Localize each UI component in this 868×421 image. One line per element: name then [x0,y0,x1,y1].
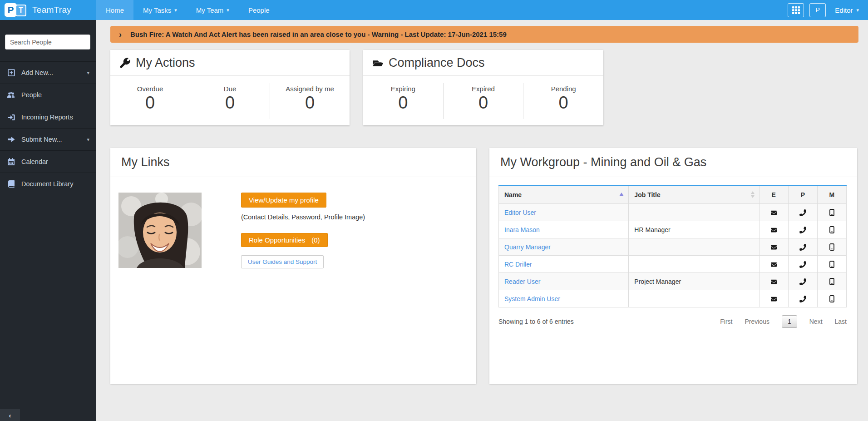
person-link[interactable]: Inara Mason [504,226,540,233]
chevron-down-icon: ▾ [87,137,89,143]
apps-grid-button[interactable] [788,3,804,17]
mobile-icon[interactable] [829,278,834,285]
chevron-down-icon: ▾ [87,70,89,76]
phone-icon[interactable] [799,209,806,216]
envelope-icon[interactable] [770,296,778,302]
table-row: Quarry Manager [499,238,847,256]
arrow-right-icon [7,136,15,144]
column-header-email[interactable]: E [759,186,788,204]
mobile-icon[interactable] [829,226,834,233]
sidebar-menu: Add New... ▾ People Incoming Reports Sub… [0,61,96,195]
alert-text: Bush Fire: A Watch And Act Alert has bee… [130,30,507,38]
table-row: System Admin User [499,290,847,307]
column-header-name[interactable]: Name [499,186,629,204]
sidebar-item-add-new[interactable]: Add New... ▾ [0,62,96,84]
column-header-phone[interactable]: P [788,186,817,204]
person-link[interactable]: System Admin User [504,295,560,302]
my-actions-stats: Overdue 0 Due 0 Assigned by me 0 [110,76,350,119]
phone-icon[interactable] [799,278,806,285]
sidebar-item-people[interactable]: People [0,84,96,106]
brand[interactable]: P T TeamTray [0,0,96,20]
my-links-body: View/Update my profile (Contact Details,… [110,177,476,268]
sort-asc-icon [619,193,624,196]
phone-icon[interactable] [799,244,806,251]
profile-initial-button[interactable]: P [809,3,826,17]
stat-pending[interactable]: Pending 0 [523,83,603,119]
main-nav: Home My Tasks ▾ My Team ▾ People [96,0,279,20]
stats-row: My Actions Overdue 0 Due 0 Assigned by m… [110,50,858,125]
pagination-first[interactable]: First [720,318,732,325]
pagination-previous[interactable]: Previous [745,318,769,325]
plus-square-icon [7,69,15,77]
wrench-icon [119,57,130,68]
mobile-icon[interactable] [829,209,834,216]
brand-name: TeamTray [32,5,71,15]
sidebar-collapse-button[interactable]: ‹ [0,409,20,421]
logo-letter-t: T [15,5,26,16]
my-actions-header: My Actions [110,50,350,76]
stat-expiring[interactable]: Expiring 0 [363,83,444,119]
stat-overdue[interactable]: Overdue 0 [110,83,190,119]
main-content: › Bush Fire: A Watch And Act Alert has b… [96,20,868,421]
chevron-down-icon: ▾ [174,8,177,13]
person-link[interactable]: Reader User [504,278,540,285]
column-header-job-title[interactable]: Job Title [629,186,759,204]
nav-item-home[interactable]: Home [96,0,133,20]
nav-item-my-tasks[interactable]: My Tasks ▾ [133,0,187,20]
pagination-page-1[interactable]: 1 [782,315,797,328]
mobile-icon[interactable] [829,243,834,251]
envelope-icon[interactable] [770,279,778,285]
person-link[interactable]: Quarry Manager [504,243,551,251]
table-footer: Showing 1 to 6 of 6 entries First Previo… [498,315,847,328]
stat-assigned-by-me[interactable]: Assigned by me 0 [270,83,350,119]
folder-open-icon [372,57,383,68]
calendar-icon [7,158,15,166]
stat-expired[interactable]: Expired 0 [444,83,524,119]
search-people-input[interactable] [5,35,90,50]
sidebar-item-calendar[interactable]: Calendar [0,151,96,173]
phone-icon[interactable] [799,227,806,233]
workgroup-header: My Workgroup - Mining and Oil & Gas [489,148,857,177]
user-menu-editor[interactable]: Editor ▾ [831,6,859,14]
my-links-card: My Links [110,148,476,384]
profile-photo [118,193,202,268]
book-icon [7,180,15,188]
nav-item-people[interactable]: People [239,0,279,20]
my-links-actions: View/Update my profile (Contact Details,… [241,193,365,268]
nav-item-my-team[interactable]: My Team ▾ [187,0,239,20]
sidebar-item-incoming-reports[interactable]: Incoming Reports [0,106,96,129]
users-icon [7,91,15,99]
table-row: RC Driller [499,256,847,273]
stat-due[interactable]: Due 0 [190,83,270,119]
phone-icon[interactable] [799,296,806,302]
envelope-icon[interactable] [770,262,778,267]
mobile-icon[interactable] [829,295,834,302]
pagination-next[interactable]: Next [809,318,823,325]
teamtray-logo-icon: P T [5,3,28,17]
workgroup-title: My Workgroup - Mining and Oil & Gas [500,155,706,169]
sidebar-item-document-library[interactable]: Document Library [0,173,96,195]
person-link[interactable]: Editor User [504,209,536,216]
chevron-right-icon: › [119,30,122,39]
column-header-mobile[interactable]: M [817,186,846,204]
profile-note: (Contact Details, Password, Profile Imag… [241,213,365,221]
role-opportunities-button[interactable]: Role Opportunities (0) [241,233,328,247]
entries-summary: Showing 1 to 6 of 6 entries [498,318,574,325]
sidebar-item-submit-new[interactable]: Submit New... ▾ [0,129,96,151]
envelope-icon[interactable] [770,210,778,216]
bushfire-alert-banner[interactable]: › Bush Fire: A Watch And Act Alert has b… [110,26,858,43]
logo-letter-p: P [5,3,17,17]
cards-row: My Links [110,148,858,384]
phone-icon[interactable] [799,261,806,268]
envelope-icon[interactable] [770,227,778,233]
my-links-header: My Links [110,148,476,177]
sidebar-search [0,20,96,61]
left-sidebar: Add New... ▾ People Incoming Reports Sub… [0,20,96,421]
pagination-last[interactable]: Last [835,318,847,325]
mobile-icon[interactable] [829,261,834,268]
user-guides-support-button[interactable]: User Guides and Support [241,255,324,268]
envelope-icon[interactable] [770,244,778,250]
table-row: Editor User [499,204,847,221]
view-update-profile-button[interactable]: View/Update my profile [241,193,326,208]
person-link[interactable]: RC Driller [504,261,532,268]
